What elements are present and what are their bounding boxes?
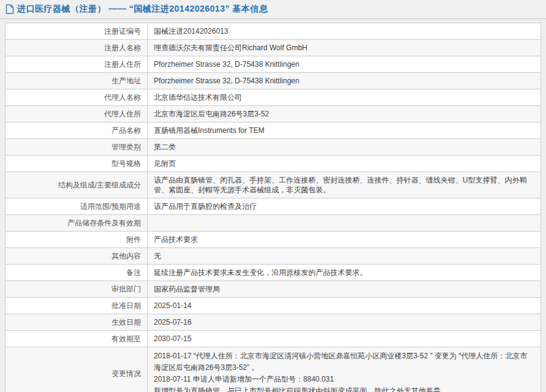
table-row: 注册人名称 理查德沃尔夫有限责任公司Richard Wolf GmbH <box>6 40 541 56</box>
table-row: 产品储存条件及有效期 <box>6 215 541 232</box>
row-label: 备注 <box>6 265 148 281</box>
table-row: 注册人住所 Pforzheimer Strasse 32, D-75438 Kn… <box>6 56 541 73</box>
document-icon <box>6 4 14 14</box>
table-row: 注册证编号 国械注进20142026013 <box>6 23 541 40</box>
row-value: 直肠镜用器械Instruments for TEM <box>148 123 541 139</box>
row-value: 无 <box>148 248 541 265</box>
row-label: 批准日期 <box>6 298 148 314</box>
row-value: 2018-01-17 “代理人住所：北京市海淀区清河镇小营地区鼎嘉恒苑小区商业楼… <box>148 347 541 392</box>
row-label: 适用范围/预期用途 <box>6 198 148 215</box>
page-title: 进口医疗器械（注册） —— “国械注进20142026013” 基本信息 <box>17 4 268 15</box>
row-label: 生产地址 <box>6 73 148 89</box>
table-row: 管理类别 第二类 <box>6 139 541 156</box>
table-row: 附件 产品技术要求 <box>6 232 541 248</box>
row-value: 见附页 <box>148 156 541 172</box>
row-label: 型号规格 <box>6 156 148 172</box>
row-value: Pforzheimer Strasse 32, D-75438 Knittlin… <box>148 56 541 73</box>
row-value: 2025-07-16 <box>148 314 541 331</box>
row-label: 附件 <box>6 232 148 248</box>
row-label: 有效期至 <box>6 331 148 347</box>
row-label: 代理人住所 <box>6 106 148 123</box>
table-row: 型号规格 见附页 <box>6 156 541 172</box>
table-row: 代理人住所 北京市海淀区后屯南路26号3层3-52 <box>6 106 541 123</box>
table-row: 备注 延续注册产品技术要求未发生变化，沿用原核发的产品技术要求。 <box>6 265 541 281</box>
table-row: 代理人名称 北京德华信达技术有限公司 <box>6 89 541 106</box>
row-label: 审批部门 <box>6 281 148 298</box>
row-label: 其他内容 <box>6 248 148 265</box>
row-value: 该产品由直肠镜管、闭孔器、手持架、工作连接桥、密封连接桥、连接件、持针器、缝线夹… <box>148 172 541 198</box>
table-row: 产品名称 直肠镜用器械Instruments for TEM <box>6 123 541 139</box>
row-value <box>148 215 541 232</box>
row-value: Pforzheimer Strasse 32, D-75438 Knittlin… <box>148 73 541 89</box>
row-value: 2025-01-14 <box>148 298 541 314</box>
table-row: 审批部门 国家药品监督管理局 <box>6 281 541 298</box>
row-value: 北京市海淀区后屯南路26号3层3-52 <box>148 106 541 123</box>
row-label: 注册证编号 <box>6 23 148 40</box>
row-label: 代理人名称 <box>6 89 148 106</box>
row-value: 国械注进20142026013 <box>148 23 541 40</box>
table-row: 生效日期 2025-07-16 <box>6 314 541 331</box>
table-row: 适用范围/预期用途 该产品用于直肠腔的检查及治疗 <box>6 198 541 215</box>
row-value: 2030-07-15 <box>148 331 541 347</box>
page-header: 进口医疗器械（注册） —— “国械注进20142026013” 基本信息 <box>0 0 546 19</box>
row-value: 产品技术要求 <box>148 232 541 248</box>
row-label: 生效日期 <box>6 314 148 331</box>
row-value: 理查德沃尔夫有限责任公司Richard Wolf GmbH <box>148 40 541 56</box>
table-row: 生产地址 Pforzheimer Strasse 32, D-75438 Kni… <box>6 73 541 89</box>
table-row: 结构及组成/主要组成成分 该产品由直肠镜管、闭孔器、手持架、工作连接桥、密封连接… <box>6 172 541 198</box>
row-label: 产品名称 <box>6 123 148 139</box>
row-label: 注册人住所 <box>6 56 148 73</box>
row-label: 变更情况 <box>6 347 148 392</box>
row-value: 第二类 <box>148 139 541 156</box>
row-value: 该产品用于直肠腔的检查及治疗 <box>148 198 541 215</box>
row-value: 北京德华信达技术有限公司 <box>148 89 541 106</box>
row-label: 注册人名称 <box>6 40 148 56</box>
info-table: 注册证编号 国械注进20142026013 注册人名称 理查德沃尔夫有限责任公司… <box>5 23 541 392</box>
row-value: 延续注册产品技术要求未发生变化，沿用原核发的产品技术要求。 <box>148 265 541 281</box>
table-row: 变更情况 2018-01-17 “代理人住所：北京市海淀区清河镇小营地区鼎嘉恒苑… <box>6 347 541 392</box>
row-value: 国家药品监督管理局 <box>148 281 541 298</box>
row-label: 结构及组成/主要组成成分 <box>6 172 148 198</box>
row-label: 产品储存条件及有效期 <box>6 215 148 232</box>
table-row: 有效期至 2030-07-15 <box>6 331 541 347</box>
table-row: 批准日期 2025-01-14 <box>6 298 541 314</box>
table-row: 其他内容 无 <box>6 248 541 265</box>
row-label: 管理类别 <box>6 139 148 156</box>
